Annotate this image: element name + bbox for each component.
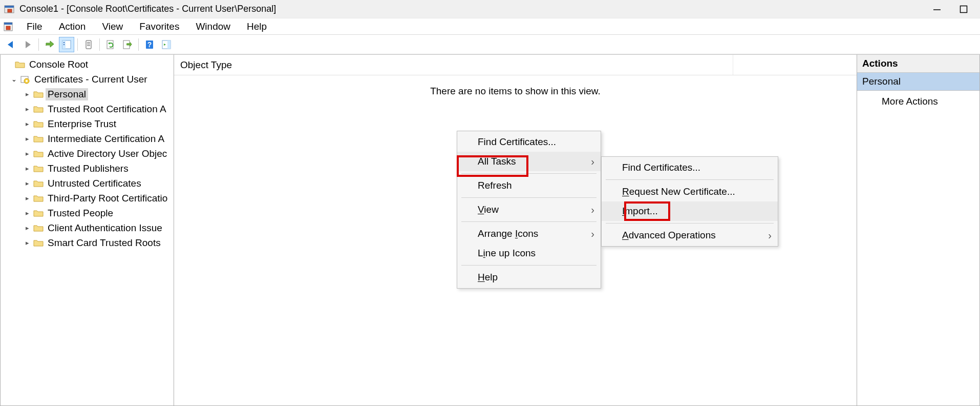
svg-rect-6 xyxy=(4,23,12,25)
menu-item[interactable]: Line up Icons xyxy=(457,243,601,263)
menu-favorites[interactable]: Favorites xyxy=(131,19,187,34)
export-button[interactable] xyxy=(120,37,135,52)
expander-icon[interactable]: ▸ xyxy=(23,120,31,128)
expander-icon[interactable]: ▸ xyxy=(23,90,31,98)
menu-separator xyxy=(461,221,596,222)
actions-section-title: Personal xyxy=(857,73,979,91)
menu-item[interactable]: View xyxy=(457,200,601,219)
folder-icon xyxy=(33,239,44,247)
folder-icon xyxy=(33,105,44,113)
menu-item-label: Find Certificates... xyxy=(622,162,700,173)
tree-label: Trusted Publishers xyxy=(46,163,131,175)
context-submenu-all-tasks[interactable]: Find Certificates...Request New Certific… xyxy=(601,156,778,247)
menu-separator xyxy=(461,197,596,198)
menu-item[interactable]: Import... xyxy=(602,201,778,221)
menu-file[interactable]: File xyxy=(18,19,51,34)
context-menu[interactable]: Find Certificates...All TasksRefreshView… xyxy=(457,131,601,289)
menu-item-label: Line up Icons xyxy=(478,248,536,259)
tree-item[interactable]: ▸Intermediate Certification A xyxy=(2,131,173,146)
forward-button[interactable] xyxy=(20,37,35,52)
tree-label: Client Authentication Issue xyxy=(46,222,164,234)
menu-separator xyxy=(461,173,596,174)
menu-separator xyxy=(606,223,774,224)
expander-icon[interactable]: ▸ xyxy=(23,165,31,172)
actions-header: Actions xyxy=(857,55,979,73)
window-title: Console1 - [Console Root\Certificates - … xyxy=(19,4,931,14)
tree-item[interactable]: ▸Trusted Root Certification A xyxy=(2,102,173,116)
menu-item[interactable]: Help xyxy=(457,268,601,287)
tree-label: Untrusted Certificates xyxy=(46,177,143,190)
folder-icon xyxy=(33,120,44,128)
menu-item[interactable]: Advanced Operations xyxy=(602,226,778,245)
menu-item-label: Advanced Operations xyxy=(622,230,716,241)
menu-item-label: Refresh xyxy=(478,180,512,191)
expander-icon[interactable]: ▸ xyxy=(23,209,31,217)
properties-button[interactable] xyxy=(81,37,96,52)
menu-item-label: All Tasks xyxy=(478,156,516,167)
menu-action[interactable]: Action xyxy=(51,19,94,34)
expander-icon[interactable]: ▸ xyxy=(23,179,31,187)
tree-label: Enterprise Trust xyxy=(46,118,118,130)
menu-item[interactable]: All Tasks xyxy=(457,152,601,171)
menu-item[interactable]: Find Certificates... xyxy=(602,158,778,177)
svg-rect-10 xyxy=(63,42,65,43)
tree-label: Console Root xyxy=(27,58,90,71)
svg-rect-4 xyxy=(961,6,967,12)
menu-separator xyxy=(461,265,596,266)
menu-item[interactable]: Arrange Icons xyxy=(457,224,601,243)
minimize-button[interactable] xyxy=(931,3,943,15)
tree-item[interactable]: ▸Trusted People xyxy=(2,206,173,220)
menu-item[interactable]: Refresh xyxy=(457,176,601,195)
tree-item[interactable]: ▸Active Directory User Objec xyxy=(2,146,173,161)
tree-item[interactable]: ▸Trusted Publishers xyxy=(2,161,173,176)
tree-label: Trusted People xyxy=(46,207,115,219)
tree-label: Trusted Root Certification A xyxy=(46,103,168,115)
column-header-object-type[interactable]: Object Type xyxy=(180,59,733,71)
expander-icon[interactable]: ▸ xyxy=(23,239,31,247)
toolbar-separator xyxy=(138,38,139,51)
up-button[interactable] xyxy=(42,37,57,52)
show-tree-button[interactable] xyxy=(59,37,74,52)
tree-item[interactable]: ▸Smart Card Trusted Roots xyxy=(2,235,173,250)
tree-label: Personal xyxy=(46,88,88,100)
actions-more-actions[interactable]: More Actions xyxy=(857,91,979,112)
svg-rect-14 xyxy=(87,44,90,45)
maximize-button[interactable] xyxy=(957,3,970,15)
svg-rect-15 xyxy=(87,45,90,46)
tree-pane[interactable]: ▸ Console Root ⌄ Certificates - Current … xyxy=(0,54,174,406)
expander-icon[interactable]: ▸ xyxy=(23,224,31,232)
toolbar-separator xyxy=(99,38,100,51)
expander-icon[interactable]: ▸ xyxy=(23,194,31,202)
menu-view[interactable]: View xyxy=(94,19,131,34)
expander-icon[interactable]: ▸ xyxy=(23,135,31,143)
back-button[interactable] xyxy=(3,37,18,52)
show-actions-button[interactable] xyxy=(159,37,174,52)
svg-rect-2 xyxy=(8,9,12,12)
menu-item[interactable]: Find Certificates... xyxy=(457,132,601,152)
tree-item[interactable]: ▸Untrusted Certificates xyxy=(2,176,173,191)
tree-root[interactable]: ▸ Console Root xyxy=(2,57,173,72)
tree-item-personal[interactable]: ▸ Personal xyxy=(2,87,173,102)
menu-window[interactable]: Window xyxy=(187,19,239,34)
expander-icon[interactable]: ▸ xyxy=(23,105,31,113)
tree-item[interactable]: ▸Client Authentication Issue xyxy=(2,220,173,235)
refresh-button[interactable] xyxy=(103,37,118,52)
certificate-icon xyxy=(20,75,30,84)
column-header-row: Object Type xyxy=(174,55,857,75)
help-button[interactable]: ? xyxy=(142,37,157,52)
menu-help[interactable]: Help xyxy=(239,19,275,34)
toolbar-separator xyxy=(77,38,78,51)
tree-label: Intermediate Certification A xyxy=(46,133,166,145)
tree-cert-root[interactable]: ⌄ Certificates - Current User xyxy=(2,72,173,87)
tree-label: Smart Card Trusted Roots xyxy=(46,237,163,249)
expander-icon[interactable]: ⌄ xyxy=(10,75,18,83)
menu-item[interactable]: Request New Certificate... xyxy=(602,182,778,201)
folder-icon xyxy=(33,179,44,188)
menu-bar: File Action View Favorites Window Help xyxy=(0,18,980,35)
menu-item-label: Find Certificates... xyxy=(478,136,556,148)
tree-item[interactable]: ▸Third-Party Root Certificatio xyxy=(2,191,173,206)
expander-icon[interactable]: ▸ xyxy=(23,150,31,157)
tree-item[interactable]: ▸Enterprise Trust xyxy=(2,116,173,131)
content-pane[interactable]: Object Type There are no items to show i… xyxy=(174,54,857,406)
svg-rect-12 xyxy=(86,40,91,49)
